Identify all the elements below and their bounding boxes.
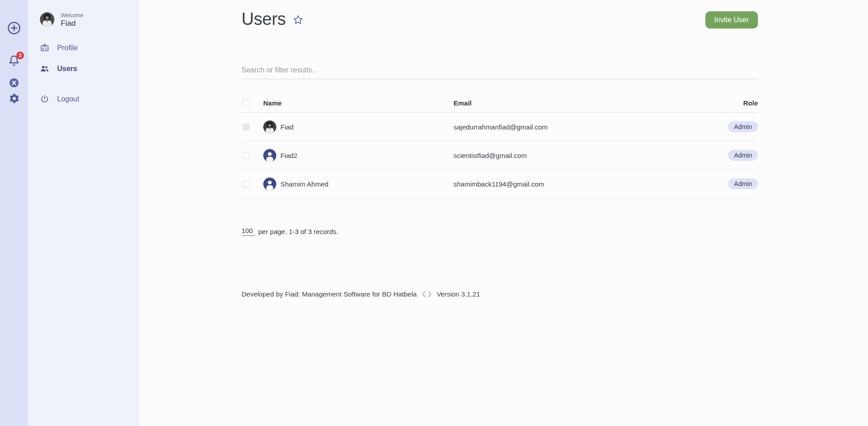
notification-count-badge: 2 [16,52,24,59]
default-avatar-icon [263,177,276,191]
sidebar-item-label: Profile [57,44,77,52]
table-row: Fiad sajedurrahmanfiad@gmail.com Admin [241,113,758,141]
footer: Developed by Fiad: Management Software f… [241,290,758,298]
pagination-label: per page. 1-3 of 3 records. [258,228,338,235]
footer-text: Developed by Fiad: Management Software f… [241,290,417,298]
user-email: sajedurrahmanfiad@gmail.com [453,123,699,131]
column-header-email: Email [453,99,699,107]
role-badge: Admin [728,150,758,161]
search-input[interactable] [241,61,758,79]
users-icon [40,64,49,73]
sidebar-item-users[interactable]: Users [40,64,140,73]
user-name: Shamim Ahmed [280,180,328,188]
welcome-label: Welcome [61,12,83,19]
invite-user-button[interactable]: Invite User [705,11,758,29]
page-title: Users [241,9,286,29]
close-button[interactable] [9,78,19,88]
per-page-input[interactable] [241,227,255,236]
code-brackets-icon [421,291,432,298]
power-icon [40,94,49,104]
user-email: shamimback1194@gmail.com [453,180,699,188]
table-header: Name Email Role [241,94,758,113]
plus-circle-icon [7,21,21,35]
notifications-button[interactable]: 2 [8,55,20,67]
sidebar: Welcome Fiad Profile Users [28,0,140,426]
user-email: scientistfiad@gmail.com [453,152,699,159]
role-badge: Admin [728,178,758,189]
settings-button[interactable] [9,93,20,104]
user-avatar [40,12,54,27]
icon-rail: 2 [0,0,28,426]
id-card-icon [40,43,49,53]
user-name: Fiad [280,123,294,131]
row-checkbox[interactable] [243,124,250,130]
user-photo-avatar [263,120,276,134]
default-avatar-icon [263,149,276,162]
add-new-button[interactable] [7,21,21,35]
pagination: per page. 1-3 of 3 records. [241,227,758,236]
table-row: Fiad2 scientistfiad@gmail.com Admin [241,141,758,170]
main-area: Users Invite User Name Email Role [140,0,868,426]
sidebar-item-profile[interactable]: Profile [40,43,140,53]
select-all-checkbox[interactable] [243,100,250,106]
sidebar-item-logout[interactable]: Logout [40,94,140,104]
row-checkbox[interactable] [243,181,250,187]
user-name: Fiad2 [280,152,298,159]
sidebar-user-block[interactable]: Welcome Fiad [40,12,140,28]
sidebar-item-label: Logout [57,95,79,103]
favorite-star-icon[interactable] [292,14,304,26]
role-badge: Admin [728,121,758,132]
footer-version: Version 3.1.21 [437,290,480,298]
gear-icon [9,93,20,104]
table-row: Shamim Ahmed shamimback1194@gmail.com Ad… [241,170,758,198]
row-checkbox[interactable] [243,152,250,159]
sidebar-user-name: Fiad [61,19,83,28]
sidebar-item-label: Users [57,65,77,73]
close-circle-icon [9,78,19,88]
column-header-role: Role [699,99,758,107]
column-header-name: Name [263,99,453,107]
